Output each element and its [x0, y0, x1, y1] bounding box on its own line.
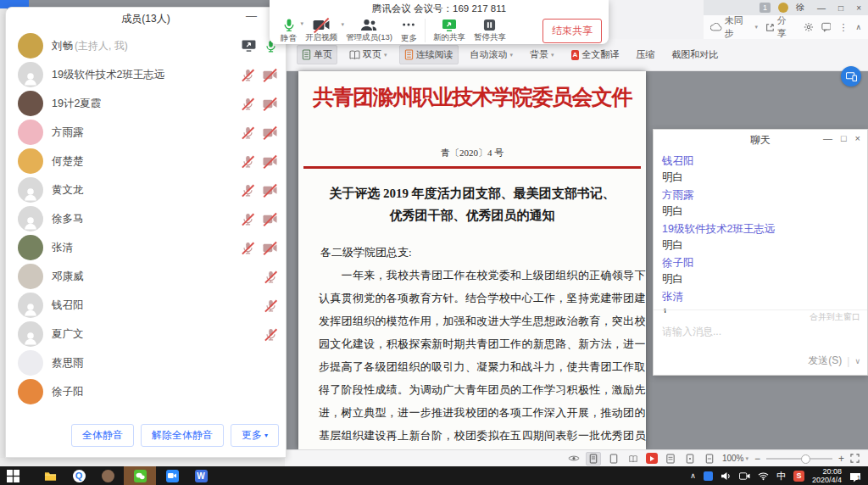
zoom-slider[interactable]	[766, 458, 832, 460]
compress-button[interactable]: 压缩	[631, 45, 659, 64]
member-row[interactable]: 19级软件技术2班王志远	[6, 60, 286, 89]
background-button[interactable]: 背景▾	[525, 45, 559, 64]
width-fit-button[interactable]	[703, 453, 716, 465]
photo-avatar-icon	[102, 470, 114, 482]
close-button[interactable]: ×	[855, 133, 860, 143]
minimize-button[interactable]: —	[246, 9, 257, 22]
page-fit-button[interactable]	[683, 453, 697, 465]
camera-off-icon	[263, 242, 277, 254]
member-row[interactable]: 蔡思雨	[6, 348, 286, 377]
single-page-view-button[interactable]	[607, 453, 620, 465]
chat-input[interactable]: 请输入消息...	[662, 325, 721, 339]
single-page-button[interactable]: 单页	[297, 45, 337, 64]
wifi-icon[interactable]	[758, 471, 769, 481]
member-name: 19级软件技术2班王志远	[52, 68, 164, 82]
manage-members-button[interactable]: 管理成员(13)	[342, 19, 397, 43]
play-button[interactable]	[646, 453, 658, 464]
restore-button[interactable]: □	[838, 3, 843, 13]
comment-icon[interactable]	[821, 22, 832, 32]
close-button[interactable]: ×	[856, 3, 861, 13]
file-explorer-button[interactable]	[37, 466, 63, 485]
zoom-out-button[interactable]: −	[754, 453, 760, 465]
qq-browser-button[interactable]: Q	[66, 466, 92, 485]
thumbnail-icon	[666, 454, 675, 464]
tab-count-badge[interactable]: 1	[760, 3, 771, 13]
mic-muted-icon	[264, 299, 277, 312]
member-name: 刘畅	[52, 39, 73, 53]
camera-button[interactable]: 开启视频▾	[301, 19, 342, 43]
chat-window-controls: — □ ×	[823, 133, 860, 143]
member-name: 邓康威	[52, 270, 84, 284]
member-row[interactable]: 张清	[6, 233, 286, 262]
unmute-all-button[interactable]: 解除全体静音	[141, 424, 224, 447]
screenshot-compare-button[interactable]: 截图和对比	[666, 45, 723, 64]
start-button[interactable]	[0, 466, 25, 485]
zoom-slider-thumb[interactable]	[801, 454, 810, 464]
member-name: 钱召阳	[52, 298, 84, 313]
send-options-caret[interactable]: ∨	[854, 357, 860, 365]
member-row[interactable]: 刘畅(主持人, 我)	[6, 31, 286, 60]
camera-off-icon	[263, 98, 277, 109]
member-row[interactable]: 邓康威	[6, 262, 286, 291]
member-row[interactable]: 黄文龙	[6, 176, 286, 204]
share-button[interactable]: 分享	[765, 14, 796, 40]
new-share-button[interactable]: 新的共享	[429, 19, 470, 43]
mobile-sync-float-button[interactable]	[841, 66, 861, 86]
member-row[interactable]: 夏广文	[6, 320, 286, 348]
speaker-icon[interactable]	[721, 471, 732, 481]
auto-scroll-button[interactable]: 自动滚动▾	[465, 45, 519, 64]
send-button[interactable]: 发送(S)	[808, 354, 842, 368]
member-row[interactable]: 徐多马	[6, 204, 286, 233]
wechat-button[interactable]	[124, 466, 156, 485]
zoom-level[interactable]: 100%▾	[722, 454, 748, 463]
continuous-reading-button[interactable]: 连续阅读	[399, 45, 459, 64]
ribbon-label: 背景	[530, 48, 548, 61]
read-mode-button[interactable]	[586, 452, 601, 465]
camera-off-icon	[263, 185, 277, 196]
book-view-button[interactable]	[626, 453, 640, 465]
member-row[interactable]: 钱召阳	[6, 291, 286, 320]
member-row[interactable]: 方雨露	[6, 118, 286, 147]
member-row[interactable]: 19计2夏霞	[6, 89, 286, 118]
fullscreen-icon[interactable]	[850, 454, 860, 463]
double-page-button[interactable]: 双页▾	[344, 45, 392, 64]
sync-status[interactable]: 未同步 ▾	[710, 14, 758, 40]
ime-indicator[interactable]: 中	[776, 470, 786, 482]
sogou-ime-icon[interactable]: S	[793, 471, 804, 482]
end-share-button[interactable]: 结束共享	[542, 19, 602, 43]
zoom-in-button[interactable]: +	[838, 453, 844, 465]
maximize-button[interactable]: □	[841, 133, 847, 143]
mic-muted-icon	[242, 213, 254, 226]
minimize-button[interactable]: —	[823, 133, 832, 143]
photos-app-button[interactable]	[95, 466, 120, 485]
pause-share-button[interactable]: 暂停共享	[470, 19, 510, 43]
camera-tray-icon[interactable]	[739, 471, 750, 481]
user-avatar[interactable]	[778, 3, 788, 13]
thumbnail-panel-button[interactable]	[664, 453, 677, 465]
member-status-icons	[242, 98, 277, 110]
chat-sender: 徐子阳	[662, 255, 859, 271]
mute-button[interactable]: 静音▾	[276, 18, 301, 44]
more-button[interactable]: 更多	[397, 18, 421, 44]
mute-all-button[interactable]: 全体静音	[71, 424, 134, 447]
avatar	[18, 206, 43, 231]
hidden-icons-chevron[interactable]: ∧	[690, 471, 696, 480]
wps-button[interactable]: W	[188, 466, 214, 485]
gear-icon[interactable]	[804, 22, 814, 32]
kebab-menu-icon[interactable]: ⋮	[838, 22, 848, 33]
merge-to-main-link[interactable]: 合并到主窗口	[810, 311, 860, 323]
member-row[interactable]: 何楚楚	[6, 147, 286, 176]
member-row[interactable]: 徐子阳	[6, 377, 286, 406]
minimize-button[interactable]: —	[817, 3, 826, 13]
tray-app-icon[interactable]	[704, 471, 713, 481]
action-center-button[interactable]: 1	[849, 471, 861, 481]
chat-message-list[interactable]: 钱召阳明白方雨露明白19级软件技术2班王志远明白徐子阳明白张清1	[654, 150, 867, 313]
more-button[interactable]: 更多▾	[231, 424, 279, 447]
eye-protection-icon[interactable]	[568, 454, 580, 462]
tencent-meeting-button[interactable]	[159, 466, 185, 485]
translate-button[interactable]: A全文翻译	[566, 45, 625, 64]
avatar	[18, 177, 43, 203]
collapse-ribbon-icon[interactable]: ∧	[855, 23, 861, 31]
clock[interactable]: 20:08 2020/4/4	[812, 467, 842, 484]
camera-off-icon	[263, 156, 277, 167]
